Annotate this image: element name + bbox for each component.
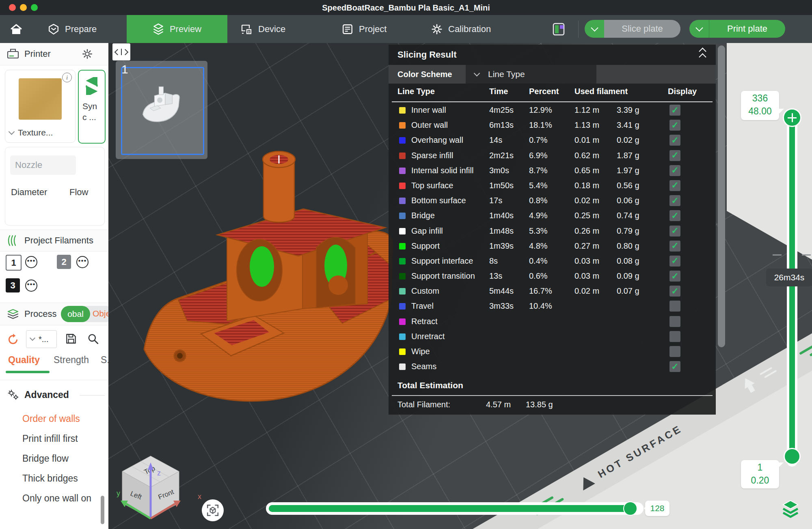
- tab-strength[interactable]: Strength: [54, 355, 89, 366]
- advanced-section-header[interactable]: Advanced: [6, 389, 69, 401]
- line-type-label: Internal solid infill: [411, 166, 473, 175]
- line-type-label: Retract: [411, 317, 437, 326]
- tab-preview[interactable]: Preview: [127, 15, 227, 43]
- axis-z-label: z: [157, 469, 161, 477]
- line-type-label: Support transition: [411, 271, 475, 281]
- save-preset-button[interactable]: [65, 333, 77, 346]
- tab-calibration[interactable]: Calibration: [431, 15, 491, 43]
- line-type-swatch: [399, 348, 406, 355]
- print-plate-dropdown-button[interactable]: [689, 20, 709, 38]
- line-type-label: Seams: [411, 362, 436, 371]
- tab-speed[interactable]: S..: [101, 355, 108, 366]
- nozzle-diameter-label: Diameter: [11, 187, 47, 198]
- display-checkbox[interactable]: ✓: [669, 165, 680, 176]
- line-type-used-g: 0.07 g: [617, 286, 639, 296]
- filament-chip-2[interactable]: 2: [57, 255, 71, 269]
- plate-type-dropdown[interactable]: Texture...: [9, 128, 53, 138]
- slice-plate-button[interactable]: Slice plate: [604, 20, 680, 38]
- tab-project[interactable]: Project: [342, 15, 387, 43]
- advanced-item[interactable]: Only one wall on: [22, 488, 108, 508]
- filament-chip-3[interactable]: 3: [6, 278, 20, 292]
- line-type-row: Inner wall4m25s12.9%1.12 m3.39 g✓: [389, 103, 716, 118]
- advanced-item[interactable]: Bridge flow: [22, 449, 108, 469]
- display-checkbox[interactable]: ✓: [669, 256, 680, 267]
- line-type-time: 13s: [489, 271, 502, 281]
- filament-3-menu-button[interactable]: •••: [25, 280, 37, 292]
- line-type-label: Wipe: [411, 347, 430, 356]
- line-type-label: Unretract: [411, 332, 445, 341]
- display-checkbox[interactable]: ✓: [669, 241, 680, 252]
- line-type-row: Unretract: [389, 329, 716, 344]
- display-checkbox[interactable]: ✓: [669, 195, 680, 206]
- display-checkbox[interactable]: ✓: [669, 361, 680, 372]
- preset-dropdown[interactable]: *...: [26, 330, 57, 348]
- nozzle-field[interactable]: Nozzle: [10, 155, 76, 175]
- tab-prepare[interactable]: Prepare: [48, 15, 97, 43]
- panel-scrollbar[interactable]: [718, 45, 725, 347]
- layer-slider-top-handle[interactable]: [783, 108, 801, 127]
- info-icon[interactable]: i: [62, 73, 72, 82]
- filament-icon: [6, 234, 19, 247]
- line-type-used-m: 0.03 m: [574, 256, 599, 266]
- global-object-toggle[interactable]: obal Obje: [61, 306, 108, 322]
- layer-slider-range[interactable]: [789, 118, 795, 461]
- line-type-row: Bottom surface17s0.8%0.02 m0.06 g✓: [389, 194, 716, 209]
- chevron-down-icon: [9, 128, 15, 135]
- filament-1-menu-button[interactable]: •••: [25, 256, 37, 268]
- display-checkbox[interactable]: ✓: [669, 135, 680, 146]
- sliced-benchy-model[interactable]: [133, 130, 401, 406]
- project-filaments-title: Project Filaments: [24, 235, 93, 246]
- line-type-used-g: 0.02 g: [617, 135, 639, 145]
- line-type-percent: 18.1%: [529, 120, 552, 130]
- line-type-used-g: 0.79 g: [617, 226, 639, 236]
- layers-icon[interactable]: [779, 497, 802, 520]
- filament-2-menu-button[interactable]: •••: [76, 256, 89, 268]
- display-checkbox[interactable]: ✓: [669, 120, 680, 131]
- line-type-percent: 16.7%: [529, 286, 552, 296]
- advanced-item[interactable]: Order of walls: [22, 409, 108, 429]
- sync-printer-button[interactable]: Syn c ...: [78, 70, 106, 144]
- sidebar-collapse-button[interactable]: [112, 43, 130, 60]
- line-type-time: 1m48s: [489, 226, 514, 236]
- sidebar-scrollbar[interactable]: [101, 496, 104, 524]
- slice-plate-dropdown-button[interactable]: [585, 20, 604, 38]
- line-type-used-g: 1.97 g: [617, 166, 639, 175]
- display-checkbox[interactable]: ✓: [669, 105, 680, 116]
- fit-view-button[interactable]: [202, 499, 224, 521]
- color-scheme-dropdown[interactable]: Line Type: [466, 65, 596, 84]
- layer-slider-bottom-handle[interactable]: [784, 448, 801, 465]
- plate-settings-button[interactable]: [551, 21, 567, 37]
- display-checkbox[interactable]: ✓: [669, 286, 680, 297]
- display-checkbox[interactable]: ✓: [669, 150, 680, 161]
- advanced-item[interactable]: Thick bridges: [22, 469, 108, 488]
- display-checkbox[interactable]: [669, 301, 680, 312]
- reset-button[interactable]: [6, 333, 19, 347]
- home-button[interactable]: [6, 15, 27, 43]
- tab-device[interactable]: Device: [240, 15, 285, 43]
- print-plate-button[interactable]: Print plate: [709, 20, 785, 38]
- line-type-used-g: 0.06 g: [617, 196, 639, 205]
- color-scheme-value: Line Type: [488, 69, 525, 79]
- filament-chip-1[interactable]: 1: [6, 255, 22, 271]
- viewport-3d[interactable]: HOT SURFACE 1: [108, 43, 812, 529]
- display-checkbox[interactable]: ✓: [669, 180, 680, 191]
- advanced-item[interactable]: Print infill first: [22, 429, 108, 449]
- display-checkbox[interactable]: [669, 346, 680, 357]
- line-type-percent: 0.4%: [529, 256, 548, 266]
- toggle-object-segment[interactable]: Obje: [93, 309, 108, 318]
- display-checkbox[interactable]: ✓: [669, 271, 680, 282]
- display-checkbox[interactable]: ✓: [669, 226, 680, 237]
- move-slider[interactable]: [266, 502, 644, 515]
- line-type-label: Support: [411, 241, 440, 251]
- toggle-global-segment[interactable]: obal: [61, 306, 90, 322]
- build-plate-card[interactable]: i Texture...: [5, 70, 76, 143]
- move-slider-handle[interactable]: [623, 501, 637, 516]
- process-layers-icon: [6, 308, 19, 320]
- printer-settings-gear-button[interactable]: [75, 48, 98, 61]
- display-checkbox[interactable]: [669, 331, 680, 342]
- display-checkbox[interactable]: [669, 316, 680, 327]
- tab-quality[interactable]: Quality: [8, 355, 40, 366]
- panel-collapse-button[interactable]: [700, 49, 705, 60]
- search-settings-button[interactable]: [87, 333, 99, 346]
- display-checkbox[interactable]: ✓: [669, 210, 680, 221]
